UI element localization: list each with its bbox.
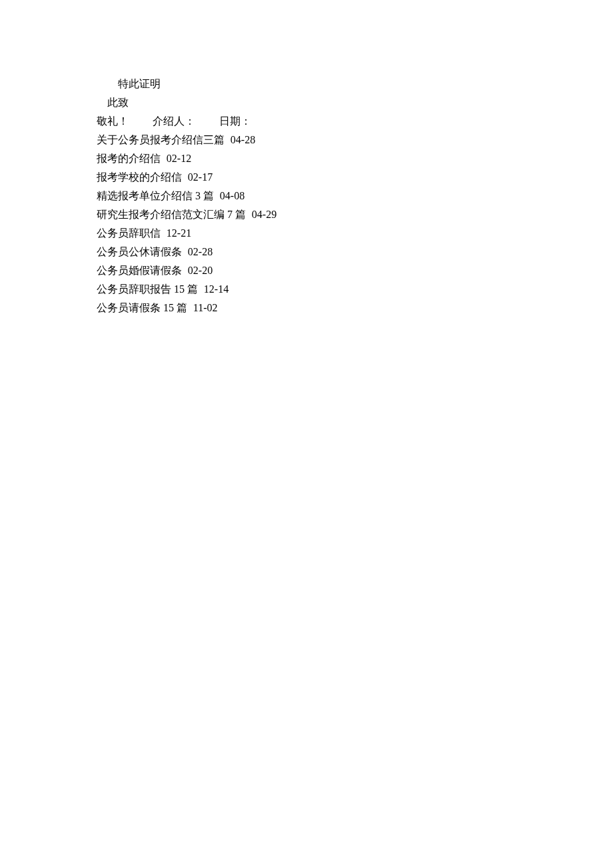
introducer-label: 介绍人： [153, 112, 195, 131]
list-item-date: 02-20 [188, 265, 213, 276]
list-item: 报考的介绍信 02-12 [97, 149, 613, 168]
list-item-date: 02-12 [167, 153, 191, 164]
list-item-date: 11-02 [193, 302, 218, 313]
list-item-title: 公务员辞职报告 15 篇 [97, 283, 198, 295]
list-item-title: 公务员辞职信 [97, 227, 161, 239]
list-item-title: 关于公务员报考介绍信三篇 [97, 134, 225, 145]
list-item: 关于公务员报考介绍信三篇 04-28 [97, 131, 613, 149]
list-item: 公务员婚假请假条 02-20 [97, 261, 613, 280]
list-item-date: 04-29 [252, 209, 277, 220]
list-item: 研究生报考介绍信范文汇编 7 篇 04-29 [97, 205, 613, 224]
list-item-date: 04-28 [231, 134, 255, 145]
list-item-title: 报考的介绍信 [97, 153, 161, 164]
list-item: 公务员辞职信 12-21 [97, 224, 613, 243]
list-item-title: 公务员婚假请假条 [97, 265, 182, 276]
list-item-title: 公务员请假条 15 篇 [97, 302, 187, 313]
salute-text: 敬礼！ [97, 112, 129, 131]
list-item-title: 研究生报考介绍信范文汇编 7 篇 [97, 209, 246, 220]
signature-line: 敬礼！ 介绍人： 日期： [97, 112, 613, 131]
list-item: 公务员请假条 15 篇 11-02 [97, 299, 613, 317]
closing-line: 此致 [97, 93, 613, 112]
list-item: 精选报考单位介绍信 3 篇 04-08 [97, 187, 613, 205]
date-label: 日期： [219, 112, 251, 131]
certification-line: 特此证明 [97, 75, 613, 93]
list-item-date: 12-21 [167, 227, 191, 239]
list-item: 公务员辞职报告 15 篇 12-14 [97, 280, 613, 299]
list-item-title: 报考学校的介绍信 [97, 171, 182, 183]
document-content: 特此证明 此致 敬礼！ 介绍人： 日期： 关于公务员报考介绍信三篇 04-28 … [97, 75, 613, 317]
list-item: 报考学校的介绍信 02-17 [97, 168, 613, 187]
list-item: 公务员公休请假条 02-28 [97, 243, 613, 261]
list-item-title: 精选报考单位介绍信 3 篇 [97, 190, 214, 201]
list-item-date: 02-17 [188, 171, 213, 183]
list-item-date: 12-14 [204, 283, 229, 295]
list-item-date: 02-28 [188, 246, 213, 257]
related-links-list: 关于公务员报考介绍信三篇 04-28 报考的介绍信 02-12 报考学校的介绍信… [97, 131, 613, 317]
list-item-title: 公务员公休请假条 [97, 246, 182, 257]
list-item-date: 04-08 [220, 190, 245, 201]
